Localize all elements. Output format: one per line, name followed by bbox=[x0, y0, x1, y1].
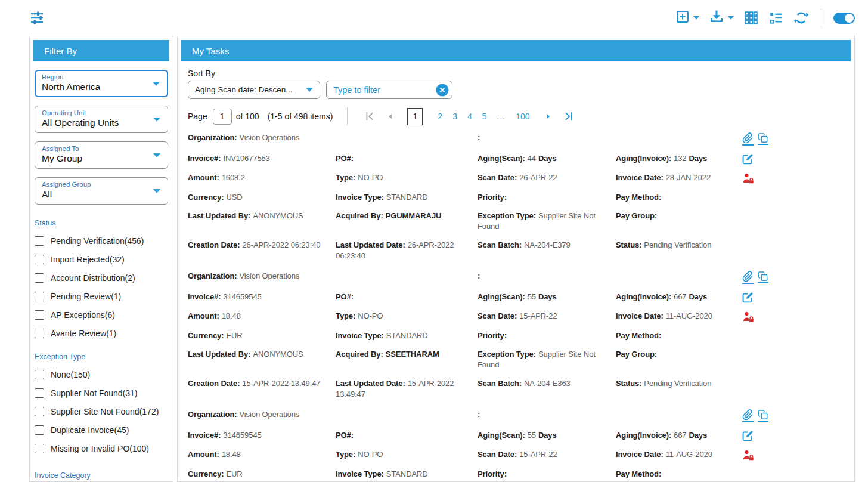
toolbar-divider bbox=[821, 9, 822, 27]
copy-icon[interactable] bbox=[758, 132, 768, 145]
attachment-icon[interactable] bbox=[742, 409, 754, 422]
page-links: 2345...100 bbox=[438, 112, 529, 121]
page-link[interactable]: 100 bbox=[516, 112, 529, 121]
current-page-box[interactable]: 1 bbox=[407, 108, 423, 125]
checkbox[interactable] bbox=[35, 292, 44, 301]
filter-checkbox-item[interactable]: Account Distribution(2) bbox=[35, 273, 168, 283]
sort-row: Aging Scan date: Descen... bbox=[188, 81, 851, 99]
checkbox[interactable] bbox=[35, 444, 44, 453]
edit-icon[interactable] bbox=[742, 153, 754, 165]
field-pay-method: Pay Method: bbox=[616, 192, 742, 203]
refresh-icon[interactable] bbox=[793, 10, 809, 26]
checkbox[interactable] bbox=[35, 407, 44, 416]
chevron-down-icon bbox=[693, 16, 699, 20]
filter-checkbox-item[interactable]: Duplicate Invoice(45) bbox=[35, 425, 168, 435]
filter-checkbox-item[interactable]: Import Rejected(32) bbox=[35, 255, 168, 264]
checkbox[interactable] bbox=[35, 370, 44, 379]
filter-input-wrap bbox=[326, 81, 452, 99]
my-tasks-header: My Tasks bbox=[181, 40, 851, 61]
page-link[interactable]: 3 bbox=[452, 112, 457, 121]
field-status: Status:Pending Verification bbox=[616, 378, 742, 389]
user-lock-icon[interactable] bbox=[742, 449, 754, 461]
page-link[interactable]: 2 bbox=[438, 112, 442, 121]
field-organization: Organization:Vision Operations bbox=[188, 132, 336, 143]
checkbox[interactable] bbox=[35, 329, 44, 338]
checkbox-label: Supplier Site Not Found(172) bbox=[51, 407, 159, 416]
edit-icon[interactable] bbox=[742, 292, 754, 303]
download-button[interactable] bbox=[709, 9, 734, 27]
card-actions bbox=[742, 292, 754, 303]
top-toolbar bbox=[0, 0, 868, 36]
assigned-to-dropdown[interactable]: Assigned To My Group bbox=[35, 141, 168, 169]
card-row: Organization:Vision Operations : bbox=[188, 271, 851, 284]
region-dropdown[interactable]: Region North America bbox=[35, 70, 168, 97]
card-row: Last Updated By:ANONYMOUS Acquired By:PG… bbox=[188, 211, 851, 232]
checkbox[interactable] bbox=[35, 388, 44, 398]
checkbox-label: Account Distribution(2) bbox=[51, 273, 135, 283]
checkbox[interactable] bbox=[35, 236, 44, 246]
dropdown-label: Region bbox=[42, 73, 150, 81]
card-row: Amount:18.48 Type:NO-PO Scan Date:15-APR… bbox=[188, 449, 851, 461]
checkbox-label: Duplicate Invoice(45) bbox=[51, 425, 129, 435]
filter-checkbox-item[interactable]: Pending Verification(456) bbox=[35, 236, 168, 246]
field-amount: Amount:1608.2 bbox=[188, 172, 336, 183]
operating-unit-dropdown[interactable]: Operating Unit All Operating Units bbox=[35, 106, 168, 133]
previous-page-icon[interactable] bbox=[385, 111, 396, 122]
field-priority: Priority: bbox=[478, 192, 616, 203]
page-number-input[interactable] bbox=[213, 109, 232, 125]
field-untitled: : bbox=[478, 271, 616, 282]
dropdown-label: Operating Unit bbox=[42, 109, 150, 116]
checkbox-label: Avante Review(1) bbox=[51, 329, 116, 338]
filter-checkbox-item[interactable]: Supplier Not Found(31) bbox=[35, 388, 168, 398]
checkbox[interactable] bbox=[35, 425, 44, 435]
filter-checkbox-item[interactable]: AP Exceptions(6) bbox=[35, 310, 168, 320]
grid-view-icon[interactable] bbox=[743, 10, 759, 26]
list-view-icon[interactable] bbox=[768, 10, 784, 26]
card-row: Creation Date:15-APR-2022 13:49:47 Last … bbox=[188, 378, 851, 400]
card-actions bbox=[742, 311, 754, 323]
user-lock-icon[interactable] bbox=[742, 311, 754, 323]
filter-checkbox-item[interactable]: None(150) bbox=[35, 370, 168, 379]
filter-checkbox-item[interactable]: Supplier Site Not Found(172) bbox=[35, 407, 168, 416]
field-untitled: : bbox=[478, 409, 616, 420]
field-exception-type: Exception Type:Supplier Site Not Found bbox=[478, 211, 616, 232]
card-row: Invoice#:314659545 PO#: Aging(Scan):55Da… bbox=[188, 292, 851, 303]
field-creation-date: Creation Date:15-APR-2022 13:49:47 bbox=[188, 378, 336, 389]
page-link[interactable]: 4 bbox=[467, 112, 472, 121]
card-actions bbox=[742, 409, 768, 422]
copy-icon[interactable] bbox=[758, 271, 768, 283]
clear-filter-icon[interactable] bbox=[436, 84, 449, 97]
field-pay-group: Pay Group: bbox=[616, 349, 742, 360]
page-link[interactable]: 5 bbox=[482, 112, 487, 121]
card-row: Amount:18.48 Type:NO-PO Scan Date:15-APR… bbox=[188, 311, 851, 323]
first-page-icon[interactable] bbox=[363, 110, 376, 123]
sort-dropdown[interactable]: Aging Scan date: Descen... bbox=[188, 81, 320, 99]
add-window-button[interactable] bbox=[675, 10, 699, 26]
task-card: Organization:Vision Operations : Invoice… bbox=[188, 271, 851, 400]
field-type: Type:NO-PO bbox=[336, 311, 478, 322]
last-page-icon[interactable] bbox=[562, 110, 575, 123]
filter-checkbox-item[interactable]: Pending Review(1) bbox=[35, 292, 168, 301]
user-lock-icon[interactable] bbox=[742, 172, 754, 184]
field-pay-group: Pay Group: bbox=[616, 211, 742, 221]
assigned-group-dropdown[interactable]: Assigned Group All bbox=[35, 177, 168, 205]
field-pay-method: Pay Method: bbox=[616, 330, 742, 341]
card-row: Currency:EUR Invoice Type:STANDARD Prior… bbox=[188, 330, 851, 341]
card-row: Invoice#:INV10677553 PO#: Aging(Scan):44… bbox=[188, 153, 851, 165]
filter-checkbox-item[interactable]: Avante Review(1) bbox=[35, 329, 168, 338]
checkbox[interactable] bbox=[35, 310, 44, 320]
header-toggle[interactable] bbox=[833, 13, 855, 24]
attachment-icon[interactable] bbox=[742, 132, 754, 146]
checkbox[interactable] bbox=[35, 273, 44, 283]
checkbox[interactable] bbox=[35, 255, 44, 264]
field-creation-date: Creation Date:26-APR-2022 06:23:40 bbox=[188, 240, 336, 251]
edit-icon[interactable] bbox=[742, 430, 754, 441]
attachment-icon[interactable] bbox=[742, 271, 754, 284]
copy-icon[interactable] bbox=[758, 409, 768, 422]
field-po-number: PO#: bbox=[336, 292, 478, 302]
field-scan-batch: Scan Batch:NA-204-E379 bbox=[478, 240, 616, 251]
sliders-icon[interactable] bbox=[29, 10, 45, 26]
next-page-icon[interactable] bbox=[542, 111, 553, 122]
filter-input[interactable] bbox=[329, 85, 436, 95]
filter-checkbox-item[interactable]: Missing or Invalid PO(100) bbox=[35, 444, 168, 453]
